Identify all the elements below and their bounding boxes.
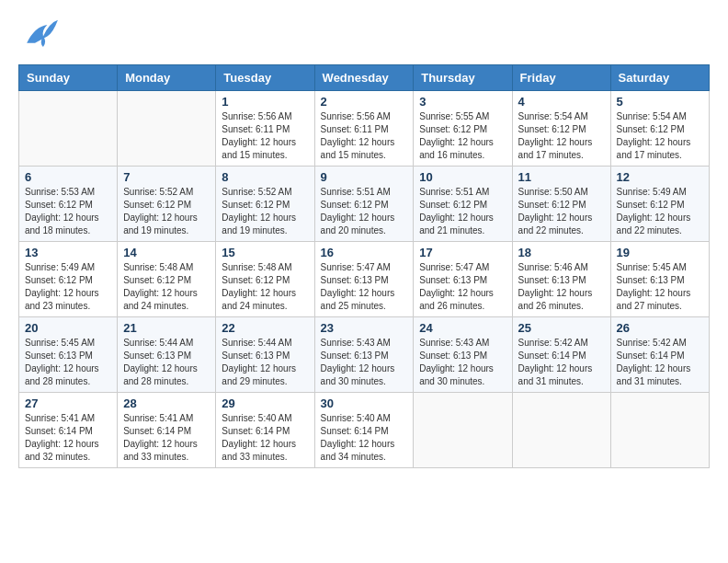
day-header-row: SundayMondayTuesdayWednesdayThursdayFrid… [19,65,710,91]
day-cell: 2Sunrise: 5:56 AMSunset: 6:11 PMDaylight… [314,91,414,167]
day-cell: 13Sunrise: 5:49 AMSunset: 6:12 PMDayligh… [19,242,118,317]
day-detail: Sunrise: 5:42 AMSunset: 6:14 PMDaylight:… [518,337,605,388]
day-cell: 6Sunrise: 5:53 AMSunset: 6:12 PMDaylight… [19,167,118,242]
day-cell [610,393,709,468]
day-cell: 27Sunrise: 5:41 AMSunset: 6:14 PMDayligh… [19,393,118,468]
day-cell: 8Sunrise: 5:52 AMSunset: 6:12 PMDaylight… [216,167,314,242]
day-cell: 16Sunrise: 5:47 AMSunset: 6:13 PMDayligh… [314,242,414,317]
day-cell: 9Sunrise: 5:51 AMSunset: 6:12 PMDaylight… [314,167,414,242]
day-detail: Sunrise: 5:55 AMSunset: 6:12 PMDaylight:… [419,110,506,162]
week-row-5: 27Sunrise: 5:41 AMSunset: 6:14 PMDayligh… [19,393,710,468]
day-cell: 4Sunrise: 5:54 AMSunset: 6:12 PMDaylight… [512,91,610,167]
day-number: 2 [321,95,408,109]
day-header-monday: Monday [118,65,216,91]
day-detail: Sunrise: 5:56 AMSunset: 6:11 PMDaylight:… [321,110,408,162]
day-detail: Sunrise: 5:56 AMSunset: 6:11 PMDaylight:… [222,110,308,162]
day-cell: 18Sunrise: 5:46 AMSunset: 6:13 PMDayligh… [512,242,610,317]
day-number: 8 [222,170,308,184]
day-detail: Sunrise: 5:47 AMSunset: 6:13 PMDaylight:… [419,261,506,313]
day-number: 17 [419,246,506,259]
day-cell: 17Sunrise: 5:47 AMSunset: 6:13 PMDayligh… [414,242,512,317]
day-number: 1 [222,95,308,109]
day-detail: Sunrise: 5:48 AMSunset: 6:12 PMDaylight:… [123,261,210,313]
day-header-sunday: Sunday [19,65,118,91]
week-row-1: 1Sunrise: 5:56 AMSunset: 6:11 PMDaylight… [19,91,710,167]
day-cell: 29Sunrise: 5:40 AMSunset: 6:14 PMDayligh… [216,393,314,468]
day-number: 21 [123,321,210,335]
day-detail: Sunrise: 5:48 AMSunset: 6:12 PMDaylight:… [222,261,308,313]
day-number: 27 [25,396,111,410]
day-detail: Sunrise: 5:45 AMSunset: 6:13 PMDaylight:… [617,261,703,313]
day-header-friday: Friday [512,65,610,91]
day-cell: 10Sunrise: 5:51 AMSunset: 6:12 PMDayligh… [414,167,512,242]
day-detail: Sunrise: 5:45 AMSunset: 6:13 PMDaylight:… [25,337,111,388]
week-row-2: 6Sunrise: 5:53 AMSunset: 6:12 PMDaylight… [19,167,710,242]
day-cell: 24Sunrise: 5:43 AMSunset: 6:13 PMDayligh… [414,317,512,393]
day-detail: Sunrise: 5:40 AMSunset: 6:14 PMDaylight:… [222,412,308,464]
day-number: 3 [419,95,506,109]
day-cell: 25Sunrise: 5:42 AMSunset: 6:14 PMDayligh… [512,317,610,393]
day-detail: Sunrise: 5:52 AMSunset: 6:12 PMDaylight:… [222,186,308,237]
day-cell: 14Sunrise: 5:48 AMSunset: 6:12 PMDayligh… [118,242,216,317]
day-detail: Sunrise: 5:43 AMSunset: 6:13 PMDaylight:… [419,337,506,388]
day-detail: Sunrise: 5:50 AMSunset: 6:12 PMDaylight:… [518,186,605,237]
day-detail: Sunrise: 5:44 AMSunset: 6:13 PMDaylight:… [123,337,210,388]
day-cell: 28Sunrise: 5:41 AMSunset: 6:14 PMDayligh… [118,393,216,468]
day-detail: Sunrise: 5:40 AMSunset: 6:14 PMDaylight:… [321,412,408,464]
day-detail: Sunrise: 5:52 AMSunset: 6:12 PMDaylight:… [123,186,210,237]
day-cell: 20Sunrise: 5:45 AMSunset: 6:13 PMDayligh… [19,317,118,393]
day-header-thursday: Thursday [414,65,512,91]
day-detail: Sunrise: 5:41 AMSunset: 6:14 PMDaylight:… [25,412,111,464]
day-cell: 11Sunrise: 5:50 AMSunset: 6:12 PMDayligh… [512,167,610,242]
week-row-3: 13Sunrise: 5:49 AMSunset: 6:12 PMDayligh… [19,242,710,317]
day-header-tuesday: Tuesday [216,65,314,91]
day-number: 30 [321,396,408,410]
day-header-wednesday: Wednesday [314,65,414,91]
day-detail: Sunrise: 5:49 AMSunset: 6:12 PMDaylight:… [25,261,111,313]
day-number: 28 [123,396,210,410]
day-number: 5 [617,95,703,109]
day-detail: Sunrise: 5:49 AMSunset: 6:12 PMDaylight:… [617,186,703,237]
day-cell: 5Sunrise: 5:54 AMSunset: 6:12 PMDaylight… [610,91,709,167]
day-detail: Sunrise: 5:46 AMSunset: 6:13 PMDaylight:… [518,261,605,313]
day-cell: 7Sunrise: 5:52 AMSunset: 6:12 PMDaylight… [118,167,216,242]
day-detail: Sunrise: 5:51 AMSunset: 6:12 PMDaylight:… [321,186,408,237]
day-cell [414,393,512,468]
day-number: 11 [518,170,605,184]
week-row-4: 20Sunrise: 5:45 AMSunset: 6:13 PMDayligh… [19,317,710,393]
logo [18,18,63,55]
day-cell [512,393,610,468]
day-number: 15 [222,246,308,259]
day-detail: Sunrise: 5:42 AMSunset: 6:14 PMDaylight:… [617,337,703,388]
day-detail: Sunrise: 5:54 AMSunset: 6:12 PMDaylight:… [518,110,605,162]
calendar-table: SundayMondayTuesdayWednesdayThursdayFrid… [18,64,710,468]
day-cell [19,91,118,167]
day-number: 18 [518,246,605,259]
day-number: 23 [321,321,408,335]
day-number: 24 [419,321,506,335]
day-number: 16 [321,246,408,259]
day-detail: Sunrise: 5:47 AMSunset: 6:13 PMDaylight:… [321,261,408,313]
day-detail: Sunrise: 5:43 AMSunset: 6:13 PMDaylight:… [321,337,408,388]
day-detail: Sunrise: 5:44 AMSunset: 6:13 PMDaylight:… [222,337,308,388]
day-header-saturday: Saturday [610,65,709,91]
day-cell: 12Sunrise: 5:49 AMSunset: 6:12 PMDayligh… [610,167,709,242]
day-cell: 22Sunrise: 5:44 AMSunset: 6:13 PMDayligh… [216,317,314,393]
day-number: 10 [419,170,506,184]
day-number: 22 [222,321,308,335]
day-cell: 30Sunrise: 5:40 AMSunset: 6:14 PMDayligh… [314,393,414,468]
day-cell: 15Sunrise: 5:48 AMSunset: 6:12 PMDayligh… [216,242,314,317]
day-number: 9 [321,170,408,184]
day-number: 14 [123,246,210,259]
day-cell: 19Sunrise: 5:45 AMSunset: 6:13 PMDayligh… [610,242,709,317]
page-header [18,18,710,55]
logo-icon [18,18,60,55]
day-cell: 21Sunrise: 5:44 AMSunset: 6:13 PMDayligh… [118,317,216,393]
day-detail: Sunrise: 5:53 AMSunset: 6:12 PMDaylight:… [25,186,111,237]
day-cell [118,91,216,167]
day-number: 25 [518,321,605,335]
day-number: 20 [25,321,111,335]
day-cell: 23Sunrise: 5:43 AMSunset: 6:13 PMDayligh… [314,317,414,393]
day-number: 13 [25,246,111,259]
day-number: 12 [617,170,703,184]
